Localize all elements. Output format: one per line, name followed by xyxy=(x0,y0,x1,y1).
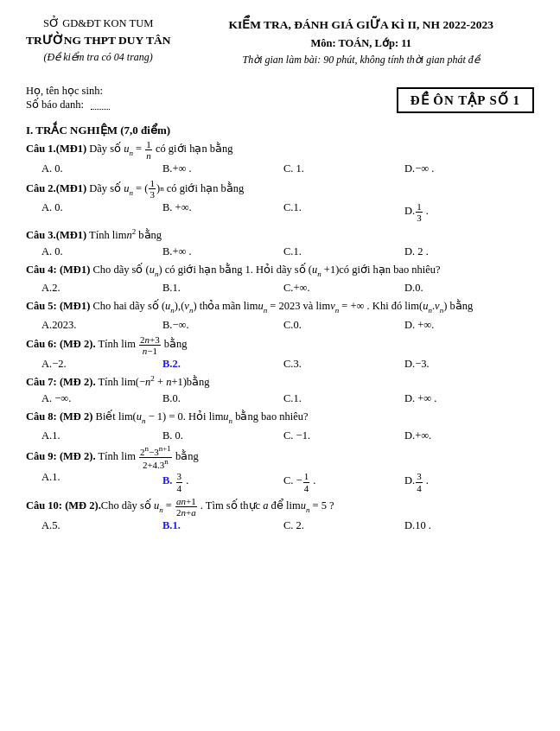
q3-optB: B.+∞ . xyxy=(162,245,283,258)
q4-optC: C.+∞. xyxy=(283,282,404,295)
exam-title: KIỂM TRA, ĐÁNH GIÁ GIỮA KÌ II, NH 2022-2… xyxy=(188,16,534,35)
q8-optD: D.+∞. xyxy=(404,429,525,442)
q6-options: A.−2. B.2. C.3. D.−3. xyxy=(41,358,534,371)
q8-options: A.1. B. 0. C. −1. D.+∞. xyxy=(41,429,534,442)
q10-optD: D.10 . xyxy=(404,519,525,532)
q6-optD: D.−3. xyxy=(404,358,525,371)
q1-options: A. 0. B.+∞ . C. 1. D.−∞ . xyxy=(41,162,534,175)
q8-optA: A.1. xyxy=(41,429,162,442)
page-container: SỞ GD&ĐT KON TUM TRƯỜNG THPT DUY TÂN (Đề… xyxy=(26,16,534,532)
q3-options: A. 0. B.+∞ . C.1. D. 2 . xyxy=(41,245,534,258)
q7-optB: B.0. xyxy=(162,392,283,405)
exam-time: Thời gian làm bài: 90 phút, không tính t… xyxy=(188,52,534,68)
q9-optA: A.1. xyxy=(41,471,162,493)
q2-optC: C.1. xyxy=(283,201,404,223)
q8-optB: B. 0. xyxy=(162,429,283,442)
q5-optD: D. +∞. xyxy=(404,319,525,332)
q1-optA: A. 0. xyxy=(41,162,162,175)
school-dept: SỞ GD&ĐT KON TUM xyxy=(26,16,170,32)
q10-optC: C. 2. xyxy=(283,519,404,532)
q2-optD: D.13 . xyxy=(404,201,525,223)
info-row: Họ, tên học sinh: Số báo danh: ĐỀ ÔN TẬP… xyxy=(26,75,534,117)
q6-optB: B.2. xyxy=(162,358,283,371)
q4-optD: D.0. xyxy=(404,282,525,295)
id-line: Số báo danh: xyxy=(26,98,110,111)
q1-optC: C. 1. xyxy=(283,162,404,175)
question-6: Câu 6: (MĐ 2). Tính lim 2n+3n−1 bằng xyxy=(26,334,534,356)
q7-optC: C.1. xyxy=(283,392,404,405)
question-7: Câu 7: (MĐ 2). Tính lim(−n2 + n+1)bằng xyxy=(26,373,534,391)
q4-optB: B.1. xyxy=(162,282,283,295)
q3-optC: C.1. xyxy=(283,245,404,258)
question-4: Câu 4: (MĐ1) Cho dãy số (un) có giới hạn… xyxy=(26,261,534,280)
question-2: Câu 2.(MĐ1) Dãy số un = (13)n có giới hạ… xyxy=(26,178,534,200)
q1-optD: D.−∞ . xyxy=(404,162,525,175)
q7-optA: A. −∞. xyxy=(41,392,162,405)
q2-optA: A. 0. xyxy=(41,201,162,223)
q5-optC: C.0. xyxy=(283,319,404,332)
q2-optB: B. +∞. xyxy=(162,201,283,223)
exam-title-box: ĐỀ ÔN TẬP SỐ 1 xyxy=(397,87,534,113)
id-dots xyxy=(91,98,110,110)
question-5: Câu 5: (MĐ1) Cho hai dãy số (un),(vn) th… xyxy=(26,297,534,316)
q9-options: A.1. B. 34 . C. −14 . D.34 . xyxy=(41,471,534,493)
q9-optD: D.34 . xyxy=(404,471,525,493)
name-label: Họ, tên học sinh: xyxy=(26,84,103,98)
q10-optA: A.5. xyxy=(41,519,162,532)
q2-options: A. 0. B. +∞. C.1. D.13 . xyxy=(41,201,534,223)
q7-options: A. −∞. B.0. C.1. D. +∞ . xyxy=(41,392,534,405)
q5-options: A.2023. B.−∞. C.0. D. +∞. xyxy=(41,319,534,332)
question-3: Câu 3.(MĐ1) Tính limn2 bằng xyxy=(26,226,534,244)
header-left: SỞ GD&ĐT KON TUM TRƯỜNG THPT DUY TÂN (Đề… xyxy=(26,16,170,65)
q9-optB: B. 34 . xyxy=(162,471,283,493)
q3-optD: D. 2 . xyxy=(404,245,525,258)
name-line: Họ, tên học sinh: xyxy=(26,84,110,98)
q4-optA: A.2. xyxy=(41,282,162,295)
exam-subject: Môn: TOÁN, Lớp: 11 xyxy=(188,35,534,52)
header-right: KIỂM TRA, ĐÁNH GIÁ GIỮA KÌ II, NH 2022-2… xyxy=(170,16,534,68)
q8-optC: C. −1. xyxy=(283,429,404,442)
section1-title: I. TRẮC NGHIỆM (7,0 điểm) xyxy=(26,124,534,137)
q5-optA: A.2023. xyxy=(41,319,162,332)
q5-optB: B.−∞. xyxy=(162,319,283,332)
q10-options: A.5. B.1. C. 2. D.10 . xyxy=(41,519,534,532)
q3-optA: A. 0. xyxy=(41,245,162,258)
question-9: Câu 9: (MĐ 2). Tính lim 2n−3n+12+4.3n bằ… xyxy=(26,445,534,470)
q1-optB: B.+∞ . xyxy=(162,162,283,175)
id-label: Số báo danh: xyxy=(26,98,84,111)
page-count: (Đề kiểm tra có 04 trang) xyxy=(26,49,170,65)
q7-optD: D. +∞ . xyxy=(404,392,525,405)
school-name: TRƯỜNG THPT DUY TÂN xyxy=(26,32,170,49)
header: SỞ GD&ĐT KON TUM TRƯỜNG THPT DUY TÂN (Đề… xyxy=(26,16,534,68)
question-8: Câu 8: (MĐ 2) Biết lim(un − 1) = 0. Hỏi … xyxy=(26,408,534,427)
q4-options: A.2. B.1. C.+∞. D.0. xyxy=(41,282,534,295)
q6-optC: C.3. xyxy=(283,358,404,371)
question-1: Câu 1.(MĐ1) Dãy số un = 1n có giới hạn b… xyxy=(26,139,534,161)
q6-optA: A.−2. xyxy=(41,358,162,371)
q10-optB: B.1. xyxy=(162,519,283,532)
q9-optC: C. −14 . xyxy=(283,471,404,493)
question-10: Câu 10: (MĐ 2).Cho dãy số un = an+12n+a … xyxy=(26,496,534,518)
student-info: Họ, tên học sinh: Số báo danh: xyxy=(26,84,110,111)
